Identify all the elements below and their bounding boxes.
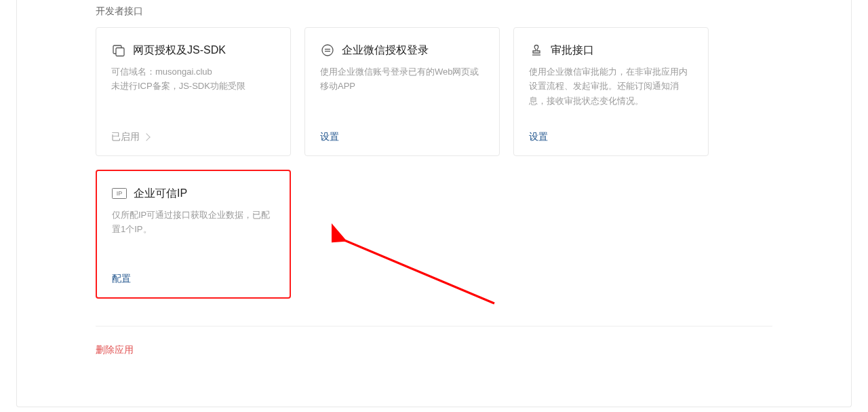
- card-desc: 可信域名：musongai.club 未进行ICP备案，JS-SDK功能受限: [111, 64, 275, 123]
- card-header: IP 企业可信IP: [112, 186, 275, 201]
- card-web-auth-jssdk: 网页授权及JS-SDK 可信域名：musongai.club 未进行ICP备案，…: [96, 27, 291, 156]
- card-desc: 仅所配IP可通过接口获取企业数据，已配置1个IP。: [112, 208, 275, 265]
- card-approval-api: 审批接口 使用企业微信审批能力，在非审批应用内设置流程、发起审批。还能订阅通知消…: [513, 27, 709, 156]
- chevron-right-icon: [142, 133, 150, 141]
- card-desc: 使用企业微信账号登录已有的Web网页或移动APP: [320, 64, 484, 123]
- stamp-icon: [529, 43, 544, 58]
- circle-equals-icon: [320, 43, 335, 58]
- card-wechat-login: 企业微信授权登录 使用企业微信账号登录已有的Web网页或移动APP 设置: [304, 27, 500, 156]
- card-action-settings[interactable]: 设置: [320, 131, 484, 143]
- card-header: 网页授权及JS-SDK: [111, 43, 275, 58]
- card-header: 企业微信授权登录: [320, 43, 484, 58]
- ip-icon: IP: [112, 186, 127, 201]
- web-icon: [111, 43, 126, 58]
- divider: [96, 326, 772, 326]
- card-action-label: 已启用: [111, 131, 140, 143]
- card-title: 企业可信IP: [134, 187, 187, 201]
- card-title: 企业微信授权登录: [342, 43, 429, 58]
- card-title: 审批接口: [551, 43, 594, 58]
- card-grid: 网页授权及JS-SDK 可信域名：musongai.club 未进行ICP备案，…: [96, 27, 772, 299]
- card-title: 网页授权及JS-SDK: [133, 43, 226, 58]
- card-action-label: 配置: [112, 273, 131, 285]
- card-action-enabled[interactable]: 已启用: [111, 131, 275, 143]
- card-action-settings[interactable]: 设置: [529, 131, 693, 143]
- svg-text:IP: IP: [117, 190, 123, 197]
- card-desc: 使用企业微信审批能力，在非审批应用内设置流程、发起审批。还能订阅通知消息，接收审…: [529, 64, 693, 123]
- card-trusted-ip: IP 企业可信IP 仅所配IP可通过接口获取企业数据，已配置1个IP。 配置: [96, 170, 291, 299]
- delete-app-link[interactable]: 删除应用: [96, 344, 772, 356]
- svg-point-2: [322, 45, 333, 56]
- section-title: 开发者接口: [96, 5, 772, 18]
- card-header: 审批接口: [529, 43, 693, 58]
- developer-api-panel: 开发者接口 网页授权及JS-SDK 可信域名：musongai.club 未进行…: [16, 0, 852, 407]
- svg-rect-1: [116, 48, 124, 56]
- card-action-label: 设置: [529, 131, 548, 143]
- card-action-label: 设置: [320, 131, 339, 143]
- card-action-configure[interactable]: 配置: [112, 273, 275, 285]
